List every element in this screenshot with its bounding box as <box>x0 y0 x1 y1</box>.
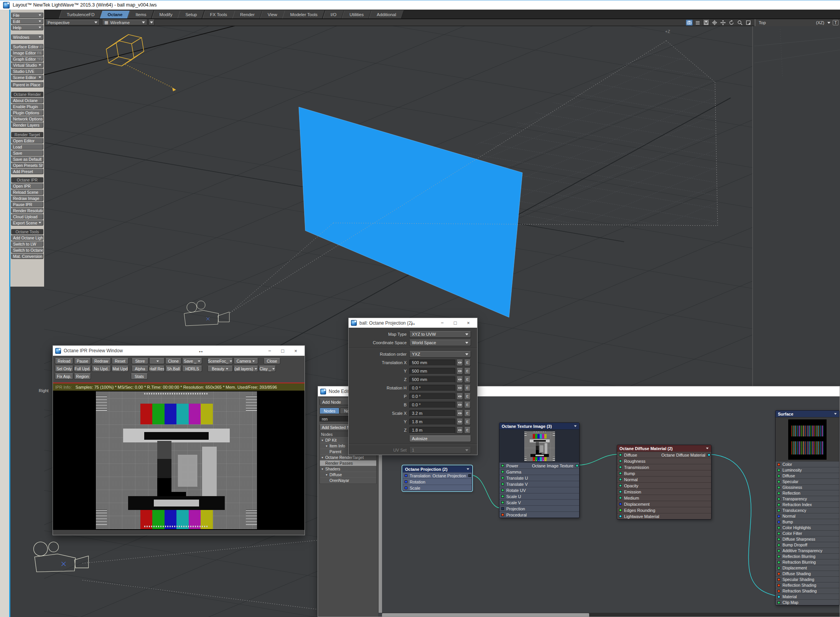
spinner-control[interactable] <box>456 368 463 374</box>
envelope-button[interactable]: E <box>464 393 471 400</box>
map-type-dropdown[interactable]: XYZ to UVW <box>409 331 471 338</box>
ipr-button-reload[interactable]: Reload <box>55 358 73 364</box>
input-pin-diffuse-shading[interactable] <box>777 572 780 575</box>
input-pin-diffuse-sharpness[interactable] <box>777 538 780 541</box>
window-titlebar[interactable]: Layout™ NewTek LightWave™ 2015.3 (Win64)… <box>0 0 840 10</box>
sidebar-item-render-resolution[interactable]: Render Resolution <box>11 208 43 213</box>
sidebar-item-add-octane-light[interactable]: Add Octane Light <box>11 235 43 241</box>
input-pin-roughness[interactable] <box>619 460 622 462</box>
ipr-button-close[interactable]: Close <box>264 358 280 364</box>
node-header[interactable]: Octane Texture Image (3) <box>499 423 579 429</box>
envelope-button[interactable]: E <box>464 385 471 391</box>
envelope-button[interactable]: E <box>464 410 471 417</box>
translation-x-input[interactable]: 500 mm <box>409 360 455 366</box>
chevron-down-icon[interactable] <box>467 468 469 470</box>
pan-view-icon[interactable] <box>720 20 726 26</box>
sidebar-item-file[interactable]: File <box>11 12 43 18</box>
input-pin-refraction-shading[interactable] <box>777 590 780 592</box>
minimize-button[interactable]: − <box>436 320 449 326</box>
sidebar-item-scene-editor[interactable]: Scene Editor <box>11 74 43 80</box>
output-pin[interactable] <box>576 464 578 467</box>
y-input[interactable]: 1.8 m <box>409 419 455 425</box>
node-surface[interactable]: SurfaceColorLuminosityDiffuseSpecularGlo… <box>775 410 840 605</box>
ipr-button-sel-only[interactable]: Sel Only <box>55 366 73 372</box>
node-projection[interactable]: Octane Projection (2)TranslationOctane P… <box>402 465 472 491</box>
shading-options-button[interactable] <box>148 20 155 25</box>
input-pin-gamma[interactable] <box>501 470 504 473</box>
sidebar-item-parent-in-place[interactable]: Parent in Place <box>11 82 43 87</box>
ipr-titlebar[interactable]: Octane IPR Preview Window ↔ − □ × <box>53 346 305 356</box>
node-material[interactable]: Octane Diffuse Material (2)DiffuseOctane… <box>617 445 712 520</box>
ipr-button-half-res[interactable]: Half Res <box>149 366 165 372</box>
spinner-control[interactable] <box>456 402 463 408</box>
input-pin-edges-rounding[interactable] <box>619 509 622 511</box>
sidebar-item-render-layers[interactable]: Render Layers <box>11 122 43 128</box>
sidebar-item-pause-ipr[interactable]: Pause IPR <box>11 201 43 207</box>
sidebar-item-windows[interactable]: Windows <box>11 34 43 40</box>
close-button[interactable]: × <box>462 320 475 326</box>
ipr-button-clay-[interactable]: Clay _ <box>259 366 276 372</box>
ipr-button-redraw[interactable]: Redraw <box>92 358 111 364</box>
input-pin-diffuse[interactable] <box>777 475 780 477</box>
input-pin-additive-transparency[interactable] <box>777 549 780 552</box>
rotation-h-input[interactable]: 0.0 ° <box>409 385 455 391</box>
ipr-button-clone[interactable]: Clone <box>165 358 181 364</box>
sidebar-item-about-octane[interactable]: About Octane <box>11 97 43 103</box>
ipr-button-fix-asp-[interactable]: Fix Asp. <box>55 373 73 379</box>
chevron-down-icon[interactable] <box>706 447 709 449</box>
ipr-button-region[interactable]: Region <box>74 373 91 379</box>
sidebar-item-virtual-studio[interactable]: Virtual Studio <box>11 62 43 68</box>
envelope-button[interactable]: E <box>464 427 471 434</box>
tab-render[interactable]: Render <box>234 10 261 18</box>
input-pin-displacement[interactable] <box>777 567 780 569</box>
sidebar-item-network-options[interactable]: Network Options <box>11 116 43 122</box>
sidebar-item-switch-to-lw[interactable]: Switch to LW <box>11 241 43 247</box>
sidebar-item-load[interactable]: Load <box>11 144 43 150</box>
input-pin-luminosity[interactable] <box>777 469 780 472</box>
chevron-down-icon[interactable] <box>574 425 577 427</box>
ipr-button-pause[interactable]: Pause <box>74 358 91 364</box>
node-header[interactable]: Surface <box>776 411 839 417</box>
sidebar-item-export-scene[interactable]: Export Scene <box>11 220 43 226</box>
maximize-view-icon[interactable] <box>745 20 752 26</box>
envelope-button[interactable]: E <box>464 376 471 383</box>
tab-fx-tools[interactable]: FX Tools <box>204 10 234 18</box>
tab-items[interactable]: Items <box>129 10 153 18</box>
ipr-button-mat-upd[interactable]: Mat Upd <box>112 366 128 372</box>
input-pin-medium[interactable] <box>619 497 622 499</box>
input-pin-procedural[interactable] <box>501 513 504 516</box>
rotation-order-dropdown[interactable]: YXZ <box>409 351 471 358</box>
input-pin-opacity[interactable] <box>619 484 622 487</box>
sidebar-item-surface-editor[interactable]: Surface EditorF5 <box>11 44 43 49</box>
input-pin-specular[interactable] <box>777 480 780 483</box>
input-pin-color-highlights[interactable] <box>777 526 780 529</box>
sidebar-item-open-presets-shelf[interactable]: Open Presets Shelf <box>11 162 43 168</box>
input-pin-normal[interactable] <box>619 478 622 481</box>
envelope-button[interactable]: E <box>464 360 471 366</box>
tab-octane[interactable]: Octane <box>101 10 129 18</box>
ipr-button-reset[interactable]: Reset <box>112 358 128 364</box>
input-pin-reflection-shading[interactable] <box>777 584 780 587</box>
zoom-view-icon[interactable] <box>736 20 743 26</box>
maximize-button[interactable]: □ <box>449 320 462 326</box>
ipr-button-stats[interactable]: Stats <box>131 373 148 379</box>
tab-modify[interactable]: Modify <box>153 10 179 18</box>
input-pin-translate-u[interactable] <box>501 477 504 479</box>
projection-dialog-titlebar[interactable]: ball: Octane Projection (2) ↔ − □ × <box>349 318 477 328</box>
spinner-control[interactable] <box>456 410 463 417</box>
sidebar-item-enable-plugin[interactable]: Enable Plugin <box>11 104 43 109</box>
coordinate-space-dropdown[interactable]: World Space <box>409 340 471 346</box>
node-header[interactable]: Octane Diffuse Material (2) <box>617 445 711 452</box>
input-pin-refraction-index[interactable] <box>777 503 780 506</box>
ipr-button-store[interactable]: Store <box>132 358 148 364</box>
node-texture[interactable]: Octane Texture Image (3)PowerOctane Imag… <box>499 422 580 518</box>
input-pin-color[interactable] <box>777 463 780 466</box>
sidebar-item-open-ipr[interactable]: Open IPR <box>11 183 43 189</box>
input-pin-bump-dropoff[interactable] <box>777 544 780 546</box>
input-pin-refraction-blurring[interactable] <box>777 561 780 564</box>
input-pin-material[interactable] <box>777 596 780 598</box>
input-pin-diffuse[interactable] <box>619 454 622 456</box>
input-pin-color-filter[interactable] <box>777 532 780 535</box>
sidebar-item-save[interactable]: Save <box>11 150 43 156</box>
envelope-button[interactable]: E <box>464 419 471 425</box>
